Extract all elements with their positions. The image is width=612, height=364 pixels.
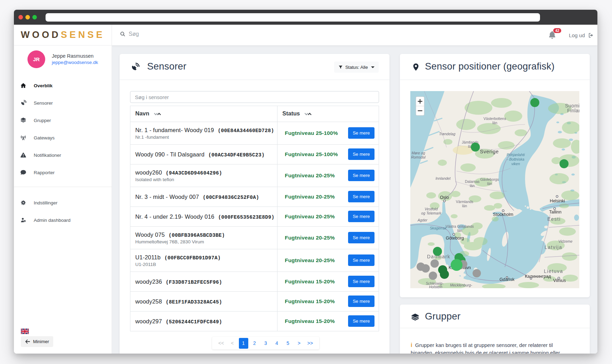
svg-text:Oslo: Oslo	[440, 195, 449, 200]
svg-text:län: län	[492, 121, 497, 125]
svg-text:Vestfold: Vestfold	[425, 207, 438, 211]
svg-text:Västerbottens: Västerbottens	[484, 116, 506, 121]
svg-text:län: län	[470, 184, 475, 188]
svg-text:län: län	[462, 204, 467, 208]
svg-text:Møre og: Møre og	[411, 151, 425, 155]
svg-text:Västra Götalands: Västra Götalands	[445, 224, 474, 228]
svg-text:Latvija: Latvija	[545, 244, 562, 250]
svg-text:Göteborg: Göteborg	[446, 236, 464, 241]
svg-text:Agder: Agder	[417, 218, 428, 222]
svg-text:Trøndelag: Trøndelag	[439, 132, 455, 136]
svg-text:Tallinn: Tallinn	[549, 210, 561, 215]
svg-text:- Bottniska: - Bottniska	[507, 157, 524, 161]
svg-text:Innlandet: Innlandet	[435, 176, 451, 180]
svg-text:Skagerrak: Skagerrak	[430, 226, 447, 230]
svg-text:Калининград: Калининград	[525, 274, 551, 279]
svg-text:Lietuva: Lietuva	[544, 268, 563, 274]
svg-text:og Telemark: og Telemark	[421, 211, 441, 215]
svg-text:län: län	[487, 181, 492, 186]
svg-text:viken: viken	[512, 162, 520, 166]
svg-text:Vidzeme: Vidzeme	[558, 239, 573, 243]
svg-text:Romsdal: Romsdal	[411, 155, 426, 159]
svg-text:Stockholm: Stockholm	[493, 212, 513, 217]
svg-text:Pohjanlahti: Pohjanlahti	[507, 153, 525, 157]
svg-text:lä: lä	[468, 144, 471, 148]
svg-text:Finland: Finland	[567, 108, 579, 113]
svg-text:Mecklenburg-: Mecklenburg-	[450, 283, 472, 287]
svg-text:Eesti: Eesti	[547, 216, 561, 222]
svg-text:Holstein: Holstein	[429, 285, 442, 288]
svg-text:Sverige: Sverige	[480, 148, 499, 154]
svg-text:Värmlands: Värmlands	[456, 200, 473, 204]
svg-text:Dalarnas: Dalarnas	[465, 179, 480, 184]
svg-text:Helsinki: Helsinki	[550, 199, 565, 203]
svg-text:Gävleborgs: Gävleborgs	[480, 177, 499, 181]
svg-text:län: län	[457, 228, 462, 233]
